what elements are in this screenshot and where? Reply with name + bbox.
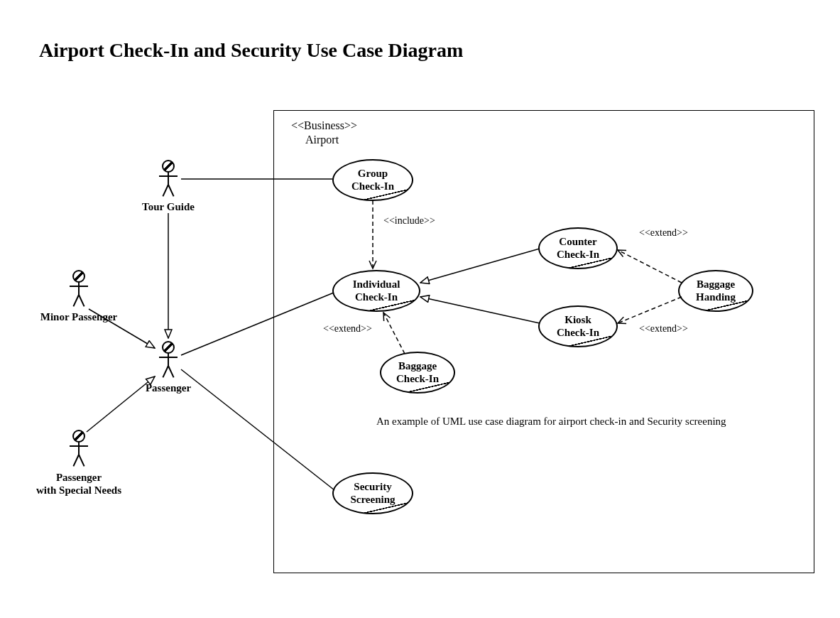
svg-line-3 [87, 376, 155, 432]
actor-passenger-label: Passenger [146, 382, 191, 394]
usecase-group-checkin: Group Check-In [332, 159, 413, 201]
diagram-caption: An example of UML use case diagram for a… [376, 416, 726, 428]
rel-label-extend-baggage-checkin: <<extend>> [323, 323, 372, 335]
usecase-security-screening: Security Screening [332, 472, 413, 514]
rel-label-include: <<include>> [383, 215, 435, 227]
actor-passenger-special [68, 430, 89, 469]
rel-label-extend-counter: <<extend>> [639, 227, 688, 239]
usecase-individual-checkin: Individual Check-In [332, 270, 420, 312]
rel-label-extend-kiosk: <<extend>> [639, 323, 688, 335]
diagram-title: Airport Check-In and Security Use Case D… [39, 39, 463, 62]
actor-tour-guide-label: Tour Guide [142, 201, 195, 213]
actor-passenger-special-label: Passenger with Special Needs [36, 471, 121, 497]
actor-minor-passenger [68, 270, 89, 309]
boundary-name: Airport [305, 134, 339, 146]
usecase-baggage-checkin: Baggage Check-In [380, 352, 455, 394]
boundary-stereotype: <<Business>> [291, 119, 357, 132]
usecase-counter-checkin: Counter Check-In [538, 227, 618, 269]
usecase-kiosk-checkin: Kiosk Check-In [538, 305, 618, 347]
actor-passenger [158, 341, 179, 380]
usecase-baggage-handing: Baggage Handing [678, 270, 753, 312]
actor-minor-passenger-label: Minor Passenger [40, 311, 117, 323]
actor-tour-guide [158, 160, 179, 199]
